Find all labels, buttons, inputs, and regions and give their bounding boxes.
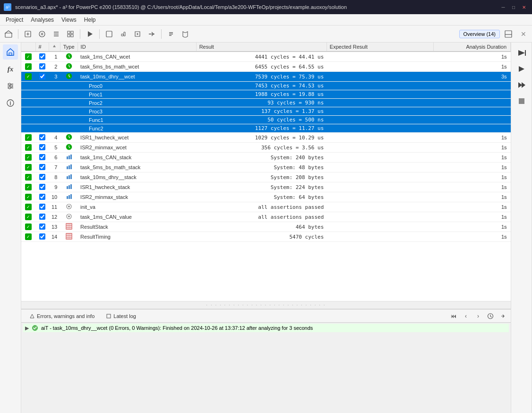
svg-point-32 [68, 206, 70, 207]
log-first-button[interactable]: ⏮ [448, 311, 459, 321]
table-row[interactable]: ✓ 1 task_1ms_CAN_wcet 4441 cycles = 44.4… [21, 52, 511, 62]
table-row[interactable]: ✓ 2 task_5ms_bs_math_wcet 6455 cycles = … [21, 62, 511, 72]
row-checkbox[interactable] [39, 63, 45, 69]
svg-marker-3 [88, 31, 93, 37]
maximize-button[interactable]: □ [509, 3, 518, 11]
type-cell [60, 212, 77, 222]
log-expand-button[interactable] [498, 311, 508, 321]
log-entry-text: aiT - task_10ms_dhry__wcet (0 Errors, 0 … [41, 325, 313, 331]
table-row[interactable]: ✓ 9 ISR1_hwcheck_stack System: 224 bytes… [21, 182, 511, 192]
run-all-button[interactable] [515, 46, 528, 60]
toolbar-btn-11[interactable] [164, 27, 178, 41]
row-checkbox[interactable] [39, 233, 45, 240]
run-single-button[interactable] [515, 62, 528, 76]
log-clock-button[interactable] [485, 311, 496, 321]
table-row[interactable]: ✓ 13 ResultStack 464 bytes 1s [21, 222, 511, 232]
run-button[interactable] [83, 27, 96, 41]
num-val: 11 [49, 202, 60, 212]
table-row[interactable]: Func2 1127 cycles = 11.27 us [21, 124, 511, 133]
table-row[interactable]: ✓ 4 ISR1_hwcheck_wcet 1029 cycles = 10.2… [21, 133, 511, 143]
table-row[interactable]: Proc2 93 cycles = 930 ns [21, 99, 511, 107]
row-checkbox[interactable] [39, 194, 45, 200]
table-row[interactable]: ✓ 11 init_va all assertions passed 1s [21, 202, 511, 212]
expected-cell [326, 192, 433, 202]
svg-rect-6 [9, 53, 12, 55]
svg-rect-22 [67, 176, 68, 179]
duration-cell: 3s [433, 72, 510, 82]
result-cell: 356 cycles = 3.56 us [196, 143, 326, 153]
row-checkbox[interactable] [39, 73, 45, 79]
table-row[interactable]: ✓ 10 ISR2_minmax_stack System: 64 bytes … [21, 192, 511, 202]
col-expected: Expected Result [326, 43, 433, 52]
row-checkbox[interactable] [39, 184, 45, 190]
sidebar-sliders-icon[interactable] [3, 78, 18, 94]
toolbar-btn-9[interactable] [131, 27, 144, 41]
home-toolbar-button[interactable] [2, 27, 15, 41]
svg-rect-37 [107, 314, 111, 318]
row-checkbox[interactable] [39, 154, 45, 160]
minimize-button[interactable]: ─ [499, 3, 507, 11]
overview-badge[interactable]: Overview (14) [459, 30, 500, 38]
sub-spacer [21, 99, 77, 107]
log-tab-latest[interactable]: Latest log [101, 311, 141, 321]
table-row[interactable]: ✓ 6 task_1ms_CAN_stack System: 240 bytes… [21, 153, 511, 163]
sidebar-function-icon[interactable]: fx [3, 61, 18, 77]
sub-expected [326, 116, 433, 124]
result-cell: System: 240 bytes [196, 153, 326, 163]
duration-cell: 1s [433, 222, 510, 232]
menu-analyses[interactable]: Analyses [27, 16, 58, 24]
menu-project[interactable]: Project [2, 16, 27, 24]
menu-help[interactable]: Help [80, 16, 100, 24]
num-cell [35, 172, 49, 182]
table-row[interactable]: ✓ 14 ResultTiming 5470 cycles 1s [21, 232, 511, 242]
id-cell: task_5ms_bs_math_stack [77, 163, 196, 172]
table-row[interactable]: ✓ 7 task_5ms_bs_math_stack System: 48 by… [21, 163, 511, 172]
menu-views[interactable]: Views [58, 16, 80, 24]
row-checkbox[interactable] [39, 224, 45, 230]
toolbar-btn-4[interactable] [50, 27, 63, 41]
log-expand-icon[interactable]: ▶ [25, 325, 29, 331]
num-cell [35, 72, 49, 82]
num-val: 3 [49, 72, 60, 82]
toolbar-btn-10[interactable] [145, 27, 158, 41]
table-row[interactable]: ✓ 8 task_10ms_dhry__stack System: 208 by… [21, 172, 511, 182]
row-checkbox[interactable] [39, 144, 45, 150]
toolbar-btn-2[interactable] [21, 27, 34, 41]
row-checkbox[interactable] [39, 53, 45, 60]
id-cell: ISR2_minmax_wcet [77, 143, 196, 153]
sidebar-info-icon[interactable] [3, 95, 18, 111]
row-checkbox[interactable] [39, 214, 45, 220]
svg-rect-18 [70, 155, 72, 159]
table-row[interactable]: ✓ 5 ISR2_minmax_wcet 356 cycles = 3.56 u… [21, 143, 511, 153]
toolbar-btn-3[interactable] [35, 27, 49, 41]
toolbar-btn-5[interactable] [64, 27, 77, 41]
toolbar-btn-8[interactable] [117, 27, 130, 41]
run-continue-button[interactable] [515, 78, 528, 92]
table-row[interactable]: ✓ 3 task_10ms_dhry__wcet 7539 cycles = 7… [21, 72, 511, 82]
row-checkbox[interactable] [39, 174, 45, 180]
expected-cell [326, 163, 433, 172]
table-row[interactable]: Proc3 137 cycles = 1.37 us [21, 107, 511, 116]
table-row[interactable]: Func1 50 cycles = 500 ns [21, 116, 511, 124]
log-prev-button[interactable]: ‹ [461, 311, 471, 321]
toolbar-btn-12[interactable] [179, 27, 192, 41]
close-button[interactable]: ✕ [520, 3, 528, 11]
sub-id: Func1 [77, 116, 196, 124]
row-checkbox[interactable] [39, 134, 45, 140]
num-cell [35, 62, 49, 72]
sidebar-home-icon[interactable] [3, 44, 18, 60]
close-panel-button[interactable]: ✕ [517, 27, 530, 41]
toolbar-btn-7[interactable] [103, 27, 116, 41]
table-row[interactable]: ✓ 12 task_1ms_CAN_value all assertions p… [21, 212, 511, 222]
check-cell: ✓ [21, 143, 35, 153]
stop-button[interactable] [515, 95, 528, 108]
table-row[interactable]: Proc1 1988 cycles = 19.88 us [21, 90, 511, 99]
window-controls: ─ □ ✕ [499, 3, 528, 11]
table-row[interactable]: Proc0 7453 cycles = 74.53 us [21, 82, 511, 90]
analysis-content: # Type ID Result Expected Result Analysi… [21, 43, 511, 301]
row-checkbox[interactable] [39, 204, 45, 210]
panel-toggle-button[interactable] [502, 27, 515, 41]
row-checkbox[interactable] [39, 164, 45, 170]
log-next-button[interactable]: › [473, 311, 483, 321]
log-tab-errors[interactable]: Errors, warnings and info [24, 311, 100, 321]
